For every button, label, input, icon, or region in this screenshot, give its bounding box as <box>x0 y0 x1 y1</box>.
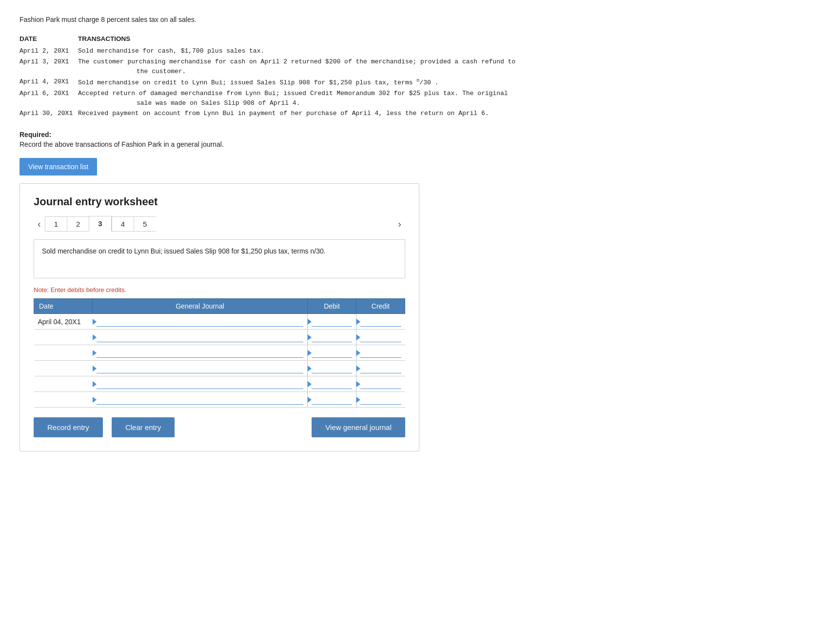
journal-row-2 <box>34 330 405 345</box>
row5-journal-input[interactable] <box>97 379 304 389</box>
clear-entry-button[interactable]: Clear entry <box>112 417 175 437</box>
row3-debit-input[interactable] <box>312 348 352 358</box>
transaction-row-3: April 4, 20X1 Sold merchandise on credit… <box>20 77 806 88</box>
tab-3[interactable]: 3 <box>89 216 111 232</box>
transaction-row-2: April 3, 20X1 The customer purchasing me… <box>20 57 806 76</box>
view-general-journal-button[interactable]: View general journal <box>312 417 405 437</box>
row1-journal[interactable] <box>93 314 308 330</box>
row3-journal-indicator <box>93 350 97 356</box>
transaction-row-1: April 2, 20X1 Sold merchandise for cash,… <box>20 46 806 57</box>
row4-journal[interactable] <box>93 361 308 376</box>
transactions-header: TRANSACTIONS <box>78 34 130 44</box>
buttons-row: Record entry Clear entry View general jo… <box>34 417 405 437</box>
row5-journal[interactable] <box>93 376 308 392</box>
row4-journal-indicator <box>93 366 97 371</box>
worksheet-title: Journal entry worksheet <box>34 195 405 208</box>
note-text: Note: Enter debits before credits. <box>34 286 405 293</box>
row5-debit-input[interactable] <box>312 379 352 389</box>
row6-date <box>34 392 93 408</box>
row2-credit-input[interactable] <box>360 332 401 342</box>
row6-debit[interactable] <box>308 392 356 408</box>
journal-row-3 <box>34 345 405 361</box>
row4-credit-indicator <box>356 366 360 371</box>
row4-journal-input[interactable] <box>97 364 304 373</box>
row1-journal-indicator <box>93 319 97 325</box>
row1-debit-input[interactable] <box>312 317 352 327</box>
row5-debit[interactable] <box>308 376 356 392</box>
row6-journal[interactable] <box>93 392 308 408</box>
row1-credit-indicator <box>356 319 360 325</box>
transaction-row-5: April 30, 20X1 Received payment on accou… <box>20 109 806 119</box>
row2-credit[interactable] <box>356 330 405 345</box>
row4-debit[interactable] <box>308 361 356 376</box>
row1-debit[interactable] <box>308 314 356 330</box>
journal-table: Date General Journal Debit Credit April … <box>34 298 405 408</box>
row3-journal-input[interactable] <box>97 348 304 358</box>
journal-row-4 <box>34 361 405 376</box>
required-section: Required: Record the above transactions … <box>20 131 806 148</box>
row2-date <box>34 330 93 345</box>
tab-prev-button[interactable]: ‹ <box>34 216 45 232</box>
row3-credit[interactable] <box>356 345 405 361</box>
row6-debit-indicator <box>308 397 312 403</box>
th-date: Date <box>34 299 93 314</box>
row2-journal-input[interactable] <box>97 332 304 342</box>
row2-credit-indicator <box>356 334 360 340</box>
journal-row-6 <box>34 392 405 408</box>
tab-1[interactable]: 1 <box>45 216 67 232</box>
row5-date <box>34 376 93 392</box>
required-text: Record the above transactions of Fashion… <box>20 140 806 148</box>
tabs-row: ‹ 1 2 3 4 5 › <box>34 216 405 232</box>
row3-credit-indicator <box>356 350 360 356</box>
view-transaction-list-button[interactable]: View transaction list <box>20 158 97 176</box>
th-debit: Debit <box>308 299 356 314</box>
row5-credit-input[interactable] <box>360 379 401 389</box>
row1-credit-input[interactable] <box>360 317 401 327</box>
record-entry-button[interactable]: Record entry <box>34 417 103 437</box>
journal-row-5 <box>34 376 405 392</box>
row2-debit[interactable] <box>308 330 356 345</box>
row5-debit-indicator <box>308 381 312 387</box>
date-header: DATE <box>20 34 63 44</box>
worksheet-container: Journal entry worksheet ‹ 1 2 3 4 5 › So… <box>20 183 419 451</box>
row2-journal-indicator <box>93 334 97 340</box>
row6-debit-input[interactable] <box>312 395 352 405</box>
row4-credit[interactable] <box>356 361 405 376</box>
row3-journal[interactable] <box>93 345 308 361</box>
row3-debit[interactable] <box>308 345 356 361</box>
row6-credit-indicator <box>356 397 360 403</box>
row2-debit-input[interactable] <box>312 332 352 342</box>
row4-debit-input[interactable] <box>312 364 352 373</box>
row4-debit-indicator <box>308 366 312 371</box>
row3-debit-indicator <box>308 350 312 356</box>
row6-credit-input[interactable] <box>360 395 401 405</box>
transaction-row-4: April 6, 20X1 Accepted return of damaged… <box>20 89 806 108</box>
row6-journal-input[interactable] <box>97 395 304 405</box>
journal-row-1: April 04, 20X1 <box>34 314 405 330</box>
required-label: Required: <box>20 131 806 138</box>
row2-journal[interactable] <box>93 330 308 345</box>
row1-credit[interactable] <box>356 314 405 330</box>
row1-journal-input[interactable] <box>97 317 304 327</box>
row5-credit-indicator <box>356 381 360 387</box>
row6-credit[interactable] <box>356 392 405 408</box>
transaction-description-box: Sold merchandise on credit to Lynn Bui; … <box>34 239 405 278</box>
tab-2[interactable]: 2 <box>67 216 89 232</box>
row4-date <box>34 361 93 376</box>
row6-journal-indicator <box>93 397 97 403</box>
tab-next-button[interactable]: › <box>394 216 405 232</box>
row1-debit-indicator <box>308 319 312 325</box>
row2-debit-indicator <box>308 334 312 340</box>
th-credit: Credit <box>356 299 405 314</box>
row5-credit[interactable] <box>356 376 405 392</box>
row4-credit-input[interactable] <box>360 364 401 373</box>
transactions-section: DATE TRANSACTIONS April 2, 20X1 Sold mer… <box>20 34 806 119</box>
intro-text: Fashion Park must charge 8 percent sales… <box>20 15 806 25</box>
row1-date: April 04, 20X1 <box>34 314 93 330</box>
row3-credit-input[interactable] <box>360 348 401 358</box>
th-general-journal: General Journal <box>93 299 308 314</box>
tab-4[interactable]: 4 <box>112 216 134 232</box>
tab-5[interactable]: 5 <box>134 216 156 232</box>
row5-journal-indicator <box>93 381 97 387</box>
row3-date <box>34 345 93 361</box>
